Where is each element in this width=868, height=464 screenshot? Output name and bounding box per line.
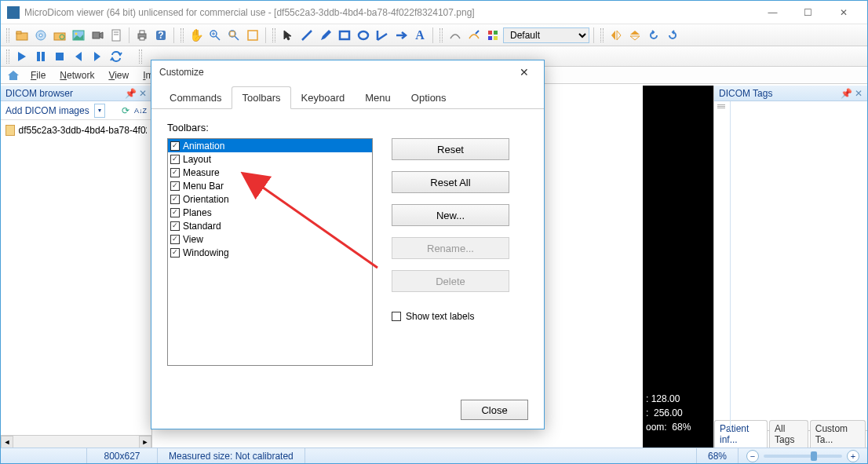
play-icon[interactable] <box>13 48 31 65</box>
flip-horizontal-icon[interactable] <box>607 27 625 44</box>
rect-tool-icon[interactable] <box>336 27 353 44</box>
checkbox-icon[interactable] <box>392 312 401 321</box>
hand-icon[interactable]: ✋ <box>188 27 205 44</box>
tab-menu[interactable]: Menu <box>355 86 401 109</box>
dialog-titlebar[interactable]: Customize ✕ <box>151 60 544 84</box>
tab-keyboard[interactable]: Keyboard <box>291 86 356 109</box>
video-icon[interactable] <box>89 27 106 44</box>
checkbox-icon[interactable]: ✓ <box>170 141 180 151</box>
preset-select[interactable]: Default <box>503 27 589 43</box>
toolbar-grip[interactable] <box>181 28 184 42</box>
rotate-ccw-icon[interactable] <box>645 27 662 44</box>
checkbox-icon[interactable]: ✓ <box>170 248 180 258</box>
palette-icon[interactable] <box>484 27 501 44</box>
list-item[interactable]: ✓Animation <box>168 139 372 152</box>
angle-tool-icon[interactable] <box>374 27 391 44</box>
arrow-tool-icon[interactable] <box>392 27 410 44</box>
zoom-fit-icon[interactable] <box>225 27 243 44</box>
zoom-in-icon[interactable] <box>206 27 224 44</box>
toolbar-grip[interactable] <box>6 49 9 64</box>
open-disc-icon[interactable] <box>32 27 49 44</box>
scroll-left-icon[interactable]: ◄ <box>1 436 13 448</box>
prev-icon[interactable] <box>70 48 87 65</box>
pin-icon[interactable]: 📌 <box>125 88 137 99</box>
toolbars-listbox[interactable]: ✓Animation✓Layout✓Measure✓Menu Bar✓Orien… <box>167 138 373 366</box>
close-button[interactable]: Close <box>461 400 528 420</box>
zoom-slider[interactable]: − + <box>739 450 867 462</box>
checkbox-icon[interactable]: ✓ <box>170 221 180 231</box>
sort-az-icon[interactable]: A↓Z <box>134 107 147 115</box>
horizontal-scrollbar[interactable]: ◄ ► <box>1 435 151 448</box>
tab-commands[interactable]: Commands <box>159 86 232 109</box>
reset-all-button[interactable]: Reset All <box>392 171 509 193</box>
next-icon[interactable] <box>89 48 106 65</box>
tab-toolbars[interactable]: Toolbars <box>232 86 290 109</box>
pencil-icon[interactable] <box>317 27 334 44</box>
zoom-track[interactable] <box>764 455 842 458</box>
ellipse-tool-icon[interactable] <box>355 27 372 44</box>
curve-icon[interactable] <box>447 27 464 44</box>
list-item[interactable]: ✓Orientation <box>168 192 372 206</box>
toolbar-grip[interactable] <box>600 28 604 42</box>
new-button[interactable]: New... <box>392 204 509 226</box>
toolbar-grip[interactable] <box>6 28 9 42</box>
reset-button[interactable]: Reset <box>392 138 509 160</box>
select-region-icon[interactable] <box>244 27 261 44</box>
pin-icon[interactable]: 📌 <box>841 88 852 99</box>
checkbox-icon[interactable]: ✓ <box>170 235 180 244</box>
maximize-button[interactable]: ☐ <box>790 1 826 24</box>
edit-curve-icon[interactable] <box>465 27 483 44</box>
zoom-out-icon[interactable]: − <box>746 450 759 462</box>
add-dicom-button[interactable]: Add DICOM images <box>5 105 89 116</box>
list-item[interactable]: ✓Measure <box>168 166 372 179</box>
dropdown-icon[interactable]: ▾ <box>94 104 105 118</box>
toolbar-grip[interactable] <box>272 28 275 42</box>
panel-close-icon[interactable]: ✕ <box>855 88 863 99</box>
refresh-icon[interactable]: ⟳ <box>122 105 129 116</box>
zoom-thumb[interactable] <box>811 451 817 461</box>
repeat-icon[interactable] <box>108 48 125 65</box>
line-tool-icon[interactable] <box>298 27 315 44</box>
stop-icon[interactable] <box>51 48 68 65</box>
list-item[interactable]: ✓Windowing <box>168 246 372 259</box>
minimize-button[interactable]: — <box>755 1 790 24</box>
rotate-cw-icon[interactable] <box>664 27 681 44</box>
image-icon[interactable] <box>70 27 87 44</box>
tab-options[interactable]: Options <box>401 86 457 109</box>
scan-folder-icon[interactable] <box>51 27 68 44</box>
flip-vertical-icon[interactable] <box>626 27 644 44</box>
list-item[interactable]: ✓View <box>168 232 372 246</box>
home-icon[interactable] <box>5 68 21 82</box>
menu-view[interactable]: View <box>102 68 135 82</box>
tags-list[interactable] <box>714 101 867 430</box>
dialog-close-icon[interactable]: ✕ <box>512 63 536 82</box>
show-text-labels-checkbox[interactable]: Show text labels <box>392 311 509 322</box>
dicom-tree[interactable]: df55c2a3-3ddb-4bd4-ba78-4f022… <box>1 120 151 435</box>
document-icon[interactable] <box>108 27 125 44</box>
list-item[interactable]: ✓Menu Bar <box>168 179 372 192</box>
close-button[interactable]: ✕ <box>826 1 861 24</box>
checkbox-icon[interactable]: ✓ <box>170 181 180 191</box>
help-icon[interactable]: ? <box>152 27 170 44</box>
scroll-right-icon[interactable]: ► <box>139 436 151 448</box>
pointer-icon[interactable] <box>279 27 297 44</box>
checkbox-icon[interactable]: ✓ <box>170 208 180 217</box>
list-item[interactable]: ✓Layout <box>168 152 372 166</box>
checkbox-icon[interactable]: ✓ <box>170 155 180 164</box>
menu-file[interactable]: File <box>24 68 52 82</box>
pause-icon[interactable] <box>32 48 49 65</box>
toolbar-grip[interactable] <box>439 28 443 42</box>
panel-close-icon[interactable]: ✕ <box>139 88 147 99</box>
open-folder-icon[interactable] <box>13 27 31 44</box>
column-grip-icon[interactable] <box>717 104 725 112</box>
toolbar-grip[interactable] <box>139 49 142 64</box>
text-tool-icon[interactable]: A <box>411 27 429 44</box>
print-icon[interactable] <box>133 27 151 44</box>
zoom-in-icon[interactable]: + <box>847 450 859 462</box>
list-item[interactable]: ✓Standard <box>168 219 372 232</box>
checkbox-icon[interactable]: ✓ <box>170 195 180 204</box>
checkbox-icon[interactable]: ✓ <box>170 168 180 177</box>
menu-network[interactable]: Network <box>53 68 100 82</box>
tree-item[interactable]: df55c2a3-3ddb-4bd4-ba78-4f022… <box>4 123 148 137</box>
list-item[interactable]: ✓Planes <box>168 206 372 219</box>
